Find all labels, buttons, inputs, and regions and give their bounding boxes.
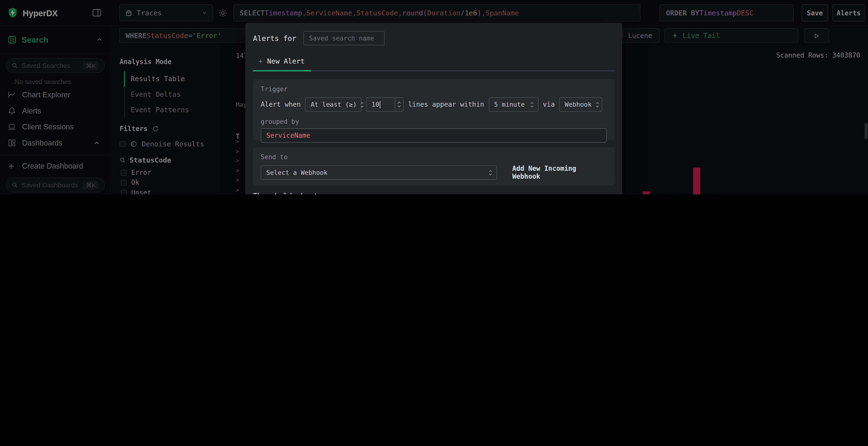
threshold-value-input[interactable]: 10 — [366, 97, 404, 112]
channel-value: Webhook — [565, 101, 591, 108]
threshold-value: 10 — [372, 101, 379, 108]
modal-title: Alerts for — [253, 34, 296, 42]
grouped-by-label: grouped by — [261, 118, 607, 126]
grouped-by-value: ServiceName — [266, 132, 310, 139]
webhook-select[interactable]: Select a Webhook — [261, 165, 497, 180]
webhook-select-value: Select a Webhook — [266, 169, 485, 176]
chevron-up-down-icon — [595, 101, 599, 108]
channel-select[interactable]: Webhook — [559, 97, 602, 112]
alert-modal: Alerts for + New Alert Trigger Alert whe… — [245, 23, 622, 194]
threshold-chart-title: Threshold chart — [253, 192, 608, 194]
send-to-label: Send to — [261, 153, 607, 161]
lines-within-label: lines appear within — [408, 101, 484, 108]
threshold-operator-value: At least (≥) — [311, 101, 357, 108]
chevron-up-down-icon — [489, 169, 493, 176]
tab-underline — [253, 70, 614, 71]
send-to-panel: Send to Select a Webhook Add New Incomin… — [253, 147, 614, 186]
plus-icon: + — [258, 57, 262, 65]
saved-search-name-input[interactable] — [304, 31, 385, 45]
chevron-up-down-icon — [360, 101, 364, 108]
time-window-select[interactable]: 5 minute — [489, 97, 538, 112]
threshold-operator-select[interactable]: At least (≥) — [305, 97, 362, 112]
grouped-by-input[interactable]: ServiceName — [261, 128, 607, 143]
collapse-chart-icon[interactable] — [608, 193, 614, 194]
number-stepper[interactable] — [395, 98, 403, 111]
new-alert-tab-label: New Alert — [267, 57, 305, 65]
tab-new-alert[interactable]: + New Alert — [258, 57, 305, 65]
alert-when-label: Alert when — [261, 101, 301, 108]
time-window-value: 5 minute — [494, 101, 526, 108]
via-label: via — [543, 101, 555, 108]
trigger-label: Trigger — [261, 85, 607, 93]
app-screenshot: HyperDX Traces SELECT Timestamp,ServiceN… — [0, 0, 868, 194]
add-webhook-link[interactable]: Add New Incoming Webhook — [513, 165, 607, 180]
trigger-panel: Trigger Alert when At least (≥) 10 lin — [253, 79, 614, 140]
chevron-up-down-icon — [529, 101, 534, 108]
text-caret — [380, 101, 380, 108]
